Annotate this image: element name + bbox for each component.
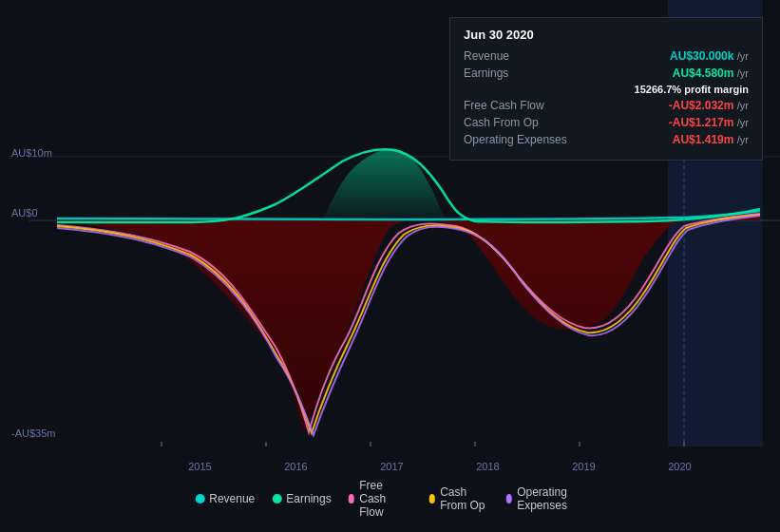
- legend-fcf-dot: [349, 494, 355, 504]
- legend-cashop-dot: [429, 494, 436, 504]
- x-label-2015: 2015: [188, 461, 211, 472]
- tooltip-fcf-label: Free Cash Flow: [464, 99, 544, 112]
- legend-opex[interactable]: Operating Expenses: [506, 485, 585, 512]
- legend-revenue[interactable]: Revenue: [195, 492, 255, 505]
- legend-fcf-label: Free Cash Flow: [359, 479, 411, 519]
- legend-cashop[interactable]: Cash From Op: [429, 485, 489, 512]
- tooltip-opex-row: Operating Expenses AU$1.419m /yr: [464, 133, 749, 146]
- legend-opex-dot: [506, 494, 513, 504]
- tooltip-revenue-row: Revenue AU$30.000k /yr: [464, 49, 749, 63]
- tooltip-earnings-value: AU$4.580m /yr: [673, 66, 749, 80]
- x-label-2016: 2016: [284, 461, 307, 472]
- x-label-2019: 2019: [572, 461, 595, 472]
- tooltip-opex-value: AU$1.419m /yr: [673, 133, 749, 146]
- legend-revenue-dot: [195, 494, 204, 504]
- legend-revenue-label: Revenue: [209, 492, 255, 505]
- tooltip-fcf-value: -AU$2.032m /yr: [669, 99, 749, 112]
- legend-earnings-dot: [272, 494, 281, 504]
- tooltip-profit-value: 15266.7% profit margin: [635, 84, 749, 95]
- tooltip-earnings-row: Earnings AU$4.580m /yr: [464, 66, 749, 80]
- chart-legend: Revenue Earnings Free Cash Flow Cash Fro…: [195, 479, 585, 519]
- legend-opex-label: Operating Expenses: [517, 485, 585, 512]
- tooltip-cashop-label: Cash From Op: [464, 116, 539, 129]
- tooltip-panel: Jun 30 2020 Revenue AU$30.000k /yr Earni…: [449, 17, 763, 161]
- tooltip-profit-row: 15266.7% profit margin: [464, 84, 749, 95]
- x-label-2018: 2018: [476, 461, 499, 472]
- tooltip-opex-label: Operating Expenses: [464, 133, 567, 146]
- tooltip-fcf-row: Free Cash Flow -AU$2.032m /yr: [464, 99, 749, 112]
- legend-earnings[interactable]: Earnings: [272, 492, 331, 505]
- x-label-2020: 2020: [668, 461, 691, 472]
- tooltip-cashop-value: -AU$1.217m /yr: [669, 116, 749, 129]
- x-label-2017: 2017: [380, 461, 403, 472]
- legend-earnings-label: Earnings: [286, 492, 331, 505]
- tooltip-earnings-label: Earnings: [464, 66, 508, 80]
- tooltip-cashop-row: Cash From Op -AU$1.217m /yr: [464, 116, 749, 129]
- tooltip-title: Jun 30 2020: [464, 28, 749, 42]
- legend-fcf[interactable]: Free Cash Flow: [349, 479, 412, 519]
- tooltip-revenue-value: AU$30.000k /yr: [670, 49, 749, 63]
- tooltip-revenue-label: Revenue: [464, 49, 509, 63]
- legend-cashop-label: Cash From Op: [440, 485, 488, 512]
